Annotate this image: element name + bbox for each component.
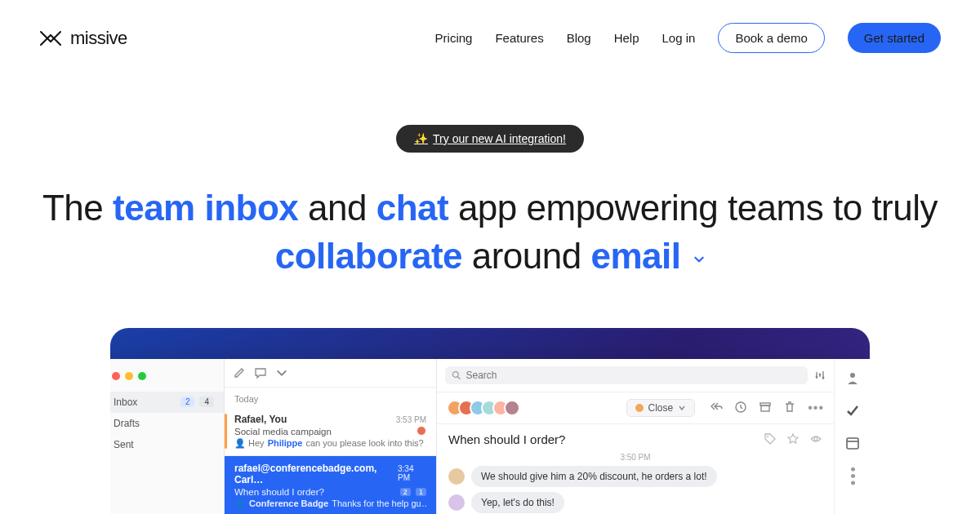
thread-subject: When should I order? — [448, 432, 565, 446]
minimize-window-icon[interactable] — [125, 372, 133, 380]
filter-icon[interactable] — [814, 370, 826, 381]
hero: The team inbox and chat app empowering t… — [0, 184, 980, 281]
chat-icon[interactable] — [254, 366, 267, 379]
star-icon[interactable] — [786, 432, 800, 445]
nav-login[interactable]: Log in — [662, 31, 696, 45]
search-icon — [452, 370, 461, 380]
search-input[interactable] — [466, 370, 801, 381]
participant-avatars — [447, 400, 520, 416]
thread-timestamp: 3:50 PM — [437, 451, 834, 463]
chevron-down-icon[interactable] — [693, 254, 705, 265]
chat-bubble: We should give him a 20% discount, he or… — [471, 466, 717, 487]
hero-text: around — [462, 236, 590, 276]
hero-accent-team-inbox: team inbox — [113, 188, 298, 228]
svg-point-9 — [814, 437, 817, 441]
sidebar-item-label: Inbox — [114, 397, 137, 408]
sidebar-item-drafts[interactable]: Drafts — [110, 413, 224, 434]
nav-pricing[interactable]: Pricing — [435, 31, 473, 45]
compose-icon[interactable] — [233, 366, 246, 379]
window-traffic-lights — [110, 364, 224, 392]
brand-logo[interactable]: missive — [39, 28, 127, 49]
conv-time: 3:53 PM — [396, 415, 426, 424]
thread-subject-row: When should I order? — [437, 424, 834, 451]
person-icon[interactable] — [845, 370, 860, 385]
top-nav: Pricing Features Blog Help Log in Book a… — [435, 23, 941, 53]
ai-integration-text: Try our new AI integration! — [433, 132, 566, 145]
nav-blog[interactable]: Blog — [567, 31, 591, 45]
total-count-badge: 4 — [199, 397, 214, 407]
svg-point-4 — [822, 376, 825, 379]
get-started-button[interactable]: Get started — [848, 23, 941, 53]
search-input-wrap[interactable] — [445, 366, 808, 384]
chevron-down-icon — [678, 404, 686, 412]
ai-integration-banner-wrap: ✨ Try our new AI integration! — [0, 125, 980, 153]
count-badge: 1 — [416, 488, 426, 496]
tag-icon[interactable] — [764, 432, 777, 445]
avatar-icon — [416, 426, 426, 436]
conversation-item[interactable]: rafael@conferencebadge.com, Carl… 3:34 P… — [225, 456, 436, 514]
sidebar: Inbox 2 4 Drafts Sent 1 6 — [110, 359, 225, 514]
thread-actions: ••• — [710, 401, 824, 415]
svg-point-2 — [816, 375, 818, 378]
participant-avatars — [416, 426, 426, 436]
list-toolbar — [225, 359, 436, 388]
color-bar-icon — [225, 414, 227, 449]
snooze-icon[interactable] — [734, 401, 747, 414]
app-window: Inbox 2 4 Drafts Sent 1 6 — [110, 359, 870, 514]
avatar-icon — [448, 468, 465, 485]
hero-headline: The team inbox and chat app empowering t… — [39, 184, 941, 281]
conversation-item[interactable]: Rafael, You 3:53 PM Social media campaig… — [225, 407, 436, 456]
more-icon[interactable]: ••• — [808, 401, 824, 415]
thread-pane: Close ••• When should I order? — [437, 359, 834, 514]
eye-icon[interactable] — [809, 432, 822, 445]
conv-time: 3:34 PM — [398, 464, 426, 482]
chevron-down-icon[interactable] — [275, 366, 288, 379]
nav-features[interactable]: Features — [495, 31, 543, 45]
avatar-icon — [448, 494, 465, 511]
avatar-icon — [504, 400, 520, 416]
svg-point-10 — [850, 373, 855, 378]
search-bar-row — [437, 359, 834, 392]
svg-point-0 — [452, 371, 458, 377]
more-icon[interactable]: ••• — [844, 467, 861, 487]
calendar-icon[interactable] — [845, 436, 860, 450]
thread-toolbar: Close ••• — [437, 392, 834, 424]
reply-all-icon[interactable] — [710, 401, 723, 414]
sidebar-item-inbox[interactable]: Inbox 2 4 — [110, 392, 224, 413]
right-rail: ••• — [834, 359, 870, 514]
sidebar-item-sent[interactable]: Sent — [110, 434, 224, 455]
close-window-icon[interactable] — [112, 372, 120, 380]
brand-name: missive — [70, 28, 127, 49]
hero-accent-email[interactable]: email — [590, 236, 680, 276]
nav-help[interactable]: Help — [614, 31, 639, 45]
hero-accent-chat: chat — [376, 188, 448, 228]
archive-icon[interactable] — [759, 401, 772, 414]
sparkle-icon: ✨ — [414, 132, 428, 145]
site-header: missive Pricing Features Blog Help Log i… — [0, 0, 980, 76]
svg-point-8 — [767, 436, 768, 437]
conv-subject: When should I order? — [234, 487, 324, 497]
hero-text: The — [42, 188, 113, 228]
trash-icon[interactable] — [783, 401, 796, 414]
list-section-label: Today — [225, 388, 436, 407]
hero-text: and — [298, 188, 376, 228]
conv-from: rafael@conferencebadge.com, Carl… — [234, 463, 398, 485]
avatar-dot-icon — [635, 404, 644, 412]
hero-accent-collaborate: collaborate — [275, 236, 462, 276]
conv-subject: Social media campaign — [234, 427, 332, 436]
chat-bubble: Yep, let's do this! — [471, 492, 564, 513]
close-label: Close — [648, 402, 674, 414]
ai-integration-banner[interactable]: ✨ Try our new AI integration! — [396, 125, 584, 153]
svg-line-1 — [458, 377, 461, 379]
app-preview: Inbox 2 4 Drafts Sent 1 6 — [110, 328, 870, 514]
svg-point-3 — [819, 373, 822, 375]
book-demo-button[interactable]: Book a demo — [718, 23, 824, 53]
conversation-list: Today Rafael, You 3:53 PM Social media c… — [225, 359, 437, 514]
missive-mark-icon — [39, 30, 62, 47]
conv-from: Rafael, You — [234, 414, 287, 425]
svg-rect-7 — [761, 405, 769, 411]
maximize-window-icon[interactable] — [138, 372, 146, 380]
check-icon[interactable] — [845, 403, 860, 418]
close-conversation-button[interactable]: Close — [626, 399, 696, 417]
count-badge: 2 — [400, 488, 411, 496]
